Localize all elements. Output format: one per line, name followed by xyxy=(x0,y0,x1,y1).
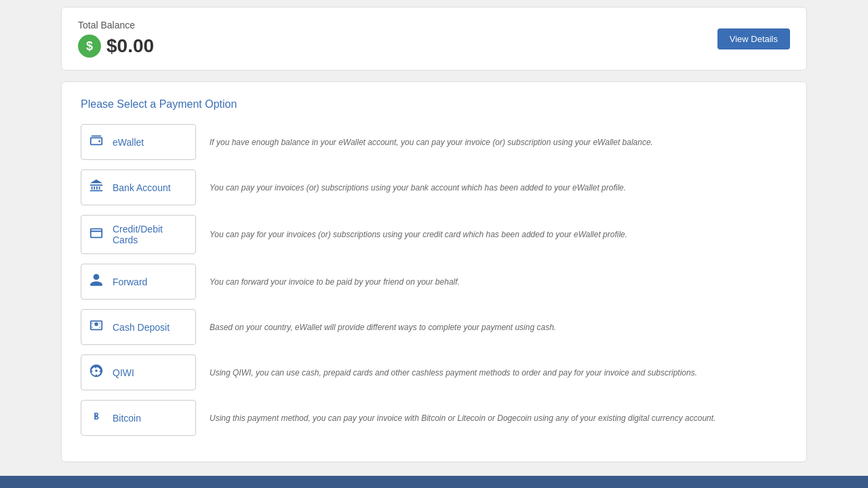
qiwi-label: QIWI xyxy=(113,367,134,378)
bitcoin-label: Bitcoin xyxy=(113,413,141,424)
cash-deposit-label: Cash Deposit xyxy=(113,322,170,333)
payment-option-cash-row: Cash Deposit Based on your country, eWal… xyxy=(81,309,787,345)
cash-deposit-description: Based on your country, eWallet will prov… xyxy=(210,321,787,333)
bitcoin-icon xyxy=(88,409,104,427)
payment-option-ewallet-row: eWallet If you have enough balance in yo… xyxy=(81,124,787,160)
payment-option-qiwi-row: QIWI Using QIWI, you can use cash, prepa… xyxy=(81,354,787,390)
qiwi-button[interactable]: QIWI xyxy=(81,354,196,390)
bank-account-label: Bank Account xyxy=(113,182,171,193)
payment-option-forward-row: Forward You can forward your invoice to … xyxy=(81,264,787,300)
forward-description: You can forward your invoice to be paid … xyxy=(210,276,787,288)
bank-account-description: You can pay your invoices (or) subscript… xyxy=(210,182,787,194)
forward-button[interactable]: Forward xyxy=(81,264,196,300)
qiwi-description: Using QIWI, you can use cash, prepaid ca… xyxy=(210,367,787,379)
bank-account-button[interactable]: Bank Account xyxy=(81,169,196,205)
footer: Fees Terms Privacy Privacy Shield 8am - … xyxy=(0,476,868,488)
qiwi-icon xyxy=(88,363,104,382)
bitcoin-description: Using this payment method, you can pay y… xyxy=(210,412,787,424)
credit-debit-label: Credit/Debit Cards xyxy=(113,224,189,245)
payment-option-bank-row: Bank Account You can pay your invoices (… xyxy=(81,169,787,205)
ewallet-description: If you have enough balance in your eWall… xyxy=(210,136,787,148)
credit-debit-button[interactable]: Credit/Debit Cards xyxy=(81,215,196,254)
balance-card: Total Balance $ $0.00 View Details xyxy=(61,7,807,70)
forward-icon xyxy=(88,272,104,291)
view-details-button[interactable]: View Details xyxy=(717,28,790,49)
balance-amount: $ $0.00 xyxy=(78,35,154,58)
bank-icon xyxy=(88,178,104,197)
payment-option-bitcoin-row: Bitcoin Using this payment method, you c… xyxy=(81,400,787,436)
cash-deposit-button[interactable]: Cash Deposit xyxy=(81,309,196,345)
ewallet-label: eWallet xyxy=(113,137,144,148)
credit-debit-description: You can pay for your invoices (or) subsc… xyxy=(210,228,787,241)
forward-label: Forward xyxy=(113,277,147,287)
balance-left: Total Balance $ $0.00 xyxy=(78,20,154,58)
ewallet-icon xyxy=(88,133,104,151)
payment-section-title: Please Select a Payment Option xyxy=(81,98,787,110)
credit-card-icon xyxy=(88,226,104,244)
ewallet-button[interactable]: eWallet xyxy=(81,124,196,160)
dollar-icon: $ xyxy=(78,35,101,58)
payment-card: Please Select a Payment Option eWallet I… xyxy=(61,81,807,462)
balance-value: $0.00 xyxy=(106,35,154,57)
payment-option-credit-row: Credit/Debit Cards You can pay for your … xyxy=(81,215,787,254)
bitcoin-button[interactable]: Bitcoin xyxy=(81,400,196,436)
cash-deposit-icon xyxy=(88,318,104,336)
balance-title: Total Balance xyxy=(78,20,154,30)
